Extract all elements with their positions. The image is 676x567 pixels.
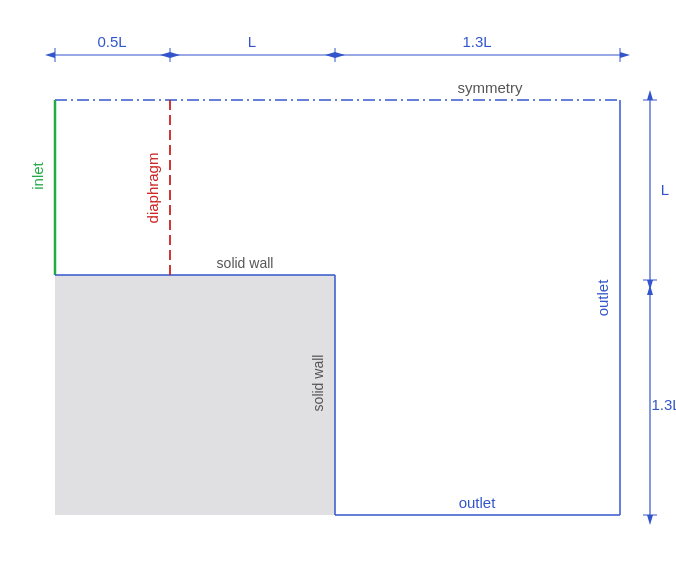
label-13L-top: 1.3L [462,33,491,50]
arrow-05L-left [45,52,55,58]
label-13L-right: 1.3L [651,396,676,413]
label-05L: 0.5L [97,33,126,50]
diagram-canvas: 0.5L L 1.3L symmetry inlet diaphragm sol… [0,0,676,567]
arrow-13L-left [325,52,335,58]
label-solid-wall-right: solid wall [310,355,326,412]
arrow-13L-right-bottom [647,515,653,525]
label-inlet: inlet [29,161,46,189]
label-solid-wall-top: solid wall [217,255,274,271]
label-diaphragm: diaphragm [144,153,161,224]
arrow-13L-right [620,52,630,58]
arrow-L-right-top [647,90,653,100]
arrow-13L-right-top [647,285,653,295]
arrow-L-top-left [160,52,170,58]
label-L-right: L [661,181,669,198]
label-symmetry: symmetry [458,79,523,96]
label-outlet-right: outlet [594,279,611,317]
label-L-top: L [248,33,256,50]
solid-block [55,275,335,515]
label-outlet-bottom: outlet [459,494,497,511]
